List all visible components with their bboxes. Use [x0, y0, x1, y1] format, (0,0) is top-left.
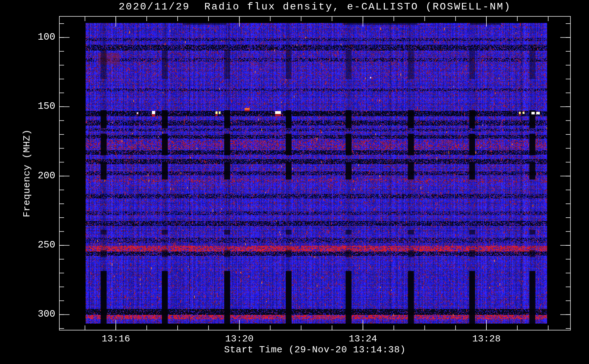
y-tick-label: 300 [10, 309, 55, 320]
y-tick-label: 150 [10, 101, 55, 112]
y-tick-label: 100 [10, 32, 55, 43]
x-tick-label: 13:20 [218, 333, 261, 344]
y-tick-label: 200 [10, 170, 55, 181]
x-tick-label: 13:24 [341, 333, 385, 344]
x-tick-label: 13:16 [94, 333, 138, 344]
chart-title: 2020/11/29 Radio flux density, e-CALLIST… [59, 1, 570, 12]
x-tick-label: 13:28 [465, 333, 508, 344]
y-tick-label: 250 [10, 240, 55, 250]
x-axis-label: Start Time (29-Nov-20 13:14:38) [59, 344, 570, 355]
spectrogram-page: 2020/11/29 Radio flux density, e-CALLIST… [0, 0, 589, 364]
spectrogram-canvas [0, 0, 589, 364]
